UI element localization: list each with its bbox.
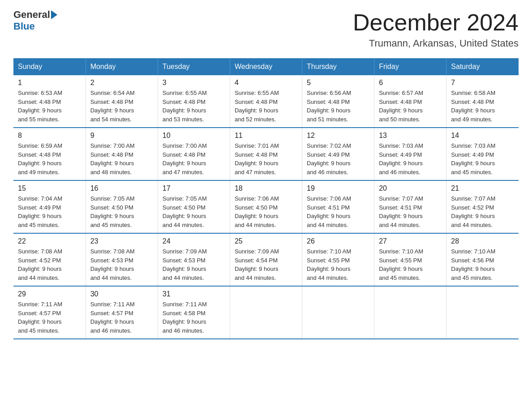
- day-number: 6: [379, 79, 442, 87]
- calendar-cell: 18 Sunrise: 7:06 AM Sunset: 4:50 PM Dayl…: [230, 180, 302, 233]
- day-info: Sunrise: 7:05 AM Sunset: 4:50 PM Dayligh…: [90, 194, 153, 229]
- day-info: Sunrise: 7:05 AM Sunset: 4:50 PM Dayligh…: [163, 194, 225, 229]
- weekday-header-monday: Monday: [86, 58, 158, 75]
- day-info: Sunrise: 6:54 AM Sunset: 4:48 PM Dayligh…: [90, 89, 153, 124]
- day-info: Sunrise: 7:09 AM Sunset: 4:53 PM Dayligh…: [163, 247, 225, 282]
- weekday-header-friday: Friday: [374, 58, 446, 75]
- day-number: 26: [307, 237, 369, 245]
- day-info: Sunrise: 7:07 AM Sunset: 4:52 PM Dayligh…: [451, 194, 514, 229]
- calendar-cell: 24 Sunrise: 7:09 AM Sunset: 4:53 PM Dayl…: [158, 233, 230, 286]
- day-number: 9: [90, 132, 153, 140]
- calendar-cell: [446, 286, 519, 339]
- day-number: 1: [18, 79, 81, 87]
- day-number: 20: [379, 184, 442, 193]
- calendar-cell: [302, 286, 374, 339]
- day-info: Sunrise: 7:06 AM Sunset: 4:50 PM Dayligh…: [235, 194, 297, 229]
- weekday-header-sunday: Sunday: [13, 58, 86, 75]
- calendar-week-row: 8 Sunrise: 6:59 AM Sunset: 4:48 PM Dayli…: [13, 128, 519, 180]
- day-number: 19: [307, 184, 369, 193]
- day-info: Sunrise: 6:57 AM Sunset: 4:48 PM Dayligh…: [379, 89, 442, 124]
- weekday-header-thursday: Thursday: [302, 58, 374, 75]
- day-info: Sunrise: 7:10 AM Sunset: 4:55 PM Dayligh…: [379, 247, 442, 282]
- day-number: 24: [163, 237, 225, 245]
- day-number: 2: [90, 79, 153, 87]
- day-info: Sunrise: 6:58 AM Sunset: 4:48 PM Dayligh…: [451, 89, 514, 124]
- calendar-week-row: 1 Sunrise: 6:53 AM Sunset: 4:48 PM Dayli…: [13, 75, 519, 128]
- calendar-cell: 17 Sunrise: 7:05 AM Sunset: 4:50 PM Dayl…: [158, 180, 230, 233]
- day-number: 21: [451, 184, 514, 193]
- calendar-cell: 21 Sunrise: 7:07 AM Sunset: 4:52 PM Dayl…: [446, 180, 519, 233]
- day-number: 16: [90, 184, 153, 193]
- day-number: 11: [235, 132, 297, 140]
- day-info: Sunrise: 6:55 AM Sunset: 4:48 PM Dayligh…: [235, 89, 297, 124]
- day-number: 12: [307, 132, 369, 140]
- calendar-cell: 12 Sunrise: 7:02 AM Sunset: 4:49 PM Dayl…: [302, 128, 374, 180]
- page-header: General Blue December 2024 Trumann, Arka…: [13, 9, 519, 49]
- day-info: Sunrise: 6:56 AM Sunset: 4:48 PM Dayligh…: [307, 89, 369, 124]
- weekday-header-tuesday: Tuesday: [158, 58, 230, 75]
- calendar-cell: 15 Sunrise: 7:04 AM Sunset: 4:49 PM Dayl…: [13, 180, 86, 233]
- day-info: Sunrise: 7:09 AM Sunset: 4:54 PM Dayligh…: [235, 247, 297, 282]
- day-number: 3: [163, 79, 225, 87]
- day-number: 27: [379, 237, 442, 245]
- day-info: Sunrise: 7:04 AM Sunset: 4:49 PM Dayligh…: [18, 194, 81, 229]
- day-info: Sunrise: 7:08 AM Sunset: 4:52 PM Dayligh…: [18, 247, 81, 282]
- calendar-cell: 11 Sunrise: 7:01 AM Sunset: 4:48 PM Dayl…: [230, 128, 302, 180]
- calendar-cell: 25 Sunrise: 7:09 AM Sunset: 4:54 PM Dayl…: [230, 233, 302, 286]
- calendar-cell: 14 Sunrise: 7:03 AM Sunset: 4:49 PM Dayl…: [446, 128, 519, 180]
- calendar-cell: [230, 286, 302, 339]
- calendar-cell: 3 Sunrise: 6:55 AM Sunset: 4:48 PM Dayli…: [158, 75, 230, 128]
- calendar-cell: 26 Sunrise: 7:10 AM Sunset: 4:55 PM Dayl…: [302, 233, 374, 286]
- day-number: 4: [235, 79, 297, 87]
- calendar-cell: 8 Sunrise: 6:59 AM Sunset: 4:48 PM Dayli…: [13, 128, 86, 180]
- day-info: Sunrise: 7:03 AM Sunset: 4:49 PM Dayligh…: [451, 141, 514, 176]
- day-info: Sunrise: 7:10 AM Sunset: 4:56 PM Dayligh…: [451, 247, 514, 282]
- calendar-week-row: 29 Sunrise: 7:11 AM Sunset: 4:57 PM Dayl…: [13, 286, 519, 339]
- weekday-header-wednesday: Wednesday: [230, 58, 302, 75]
- day-info: Sunrise: 7:10 AM Sunset: 4:55 PM Dayligh…: [307, 247, 369, 282]
- day-number: 22: [18, 237, 81, 245]
- location-text: Trumann, Arkansas, United States: [353, 38, 519, 49]
- calendar-cell: 13 Sunrise: 7:03 AM Sunset: 4:49 PM Dayl…: [374, 128, 446, 180]
- day-number: 8: [18, 132, 81, 140]
- logo-general-text: General: [13, 9, 50, 21]
- calendar-cell: 6 Sunrise: 6:57 AM Sunset: 4:48 PM Dayli…: [374, 75, 446, 128]
- day-info: Sunrise: 7:01 AM Sunset: 4:48 PM Dayligh…: [235, 141, 297, 176]
- calendar-week-row: 15 Sunrise: 7:04 AM Sunset: 4:49 PM Dayl…: [13, 180, 519, 233]
- day-info: Sunrise: 7:07 AM Sunset: 4:51 PM Dayligh…: [379, 194, 442, 229]
- calendar-cell: 31 Sunrise: 7:11 AM Sunset: 4:58 PM Dayl…: [158, 286, 230, 339]
- calendar-cell: 1 Sunrise: 6:53 AM Sunset: 4:48 PM Dayli…: [13, 75, 86, 128]
- day-info: Sunrise: 7:02 AM Sunset: 4:49 PM Dayligh…: [307, 141, 369, 176]
- calendar-cell: 27 Sunrise: 7:10 AM Sunset: 4:55 PM Dayl…: [374, 233, 446, 286]
- day-info: Sunrise: 7:11 AM Sunset: 4:57 PM Dayligh…: [18, 300, 81, 335]
- day-number: 13: [379, 132, 442, 140]
- day-number: 30: [90, 290, 153, 298]
- calendar-cell: 19 Sunrise: 7:06 AM Sunset: 4:51 PM Dayl…: [302, 180, 374, 233]
- calendar-table: SundayMondayTuesdayWednesdayThursdayFrid…: [13, 58, 519, 339]
- weekday-header-saturday: Saturday: [446, 58, 519, 75]
- day-number: 28: [451, 237, 514, 245]
- day-number: 5: [307, 79, 369, 87]
- weekday-header-row: SundayMondayTuesdayWednesdayThursdayFrid…: [13, 58, 519, 75]
- day-info: Sunrise: 7:03 AM Sunset: 4:49 PM Dayligh…: [379, 141, 442, 176]
- day-info: Sunrise: 7:11 AM Sunset: 4:58 PM Dayligh…: [163, 300, 225, 335]
- calendar-cell: 30 Sunrise: 7:11 AM Sunset: 4:57 PM Dayl…: [86, 286, 158, 339]
- day-number: 10: [163, 132, 225, 140]
- logo-blue-text: Blue: [13, 21, 35, 32]
- day-info: Sunrise: 6:59 AM Sunset: 4:48 PM Dayligh…: [18, 141, 81, 176]
- calendar-cell: 9 Sunrise: 7:00 AM Sunset: 4:48 PM Dayli…: [86, 128, 158, 180]
- day-info: Sunrise: 7:08 AM Sunset: 4:53 PM Dayligh…: [90, 247, 153, 282]
- day-number: 14: [451, 132, 514, 140]
- calendar-cell: 2 Sunrise: 6:54 AM Sunset: 4:48 PM Dayli…: [86, 75, 158, 128]
- day-info: Sunrise: 6:55 AM Sunset: 4:48 PM Dayligh…: [163, 89, 225, 124]
- logo-arrow-icon: [51, 10, 57, 19]
- calendar-cell: [374, 286, 446, 339]
- logo: General Blue: [13, 9, 58, 32]
- calendar-cell: 29 Sunrise: 7:11 AM Sunset: 4:57 PM Dayl…: [13, 286, 86, 339]
- calendar-cell: 10 Sunrise: 7:00 AM Sunset: 4:48 PM Dayl…: [158, 128, 230, 180]
- title-block: December 2024 Trumann, Arkansas, United …: [353, 9, 519, 49]
- calendar-cell: 20 Sunrise: 7:07 AM Sunset: 4:51 PM Dayl…: [374, 180, 446, 233]
- calendar-cell: 4 Sunrise: 6:55 AM Sunset: 4:48 PM Dayli…: [230, 75, 302, 128]
- calendar-cell: 23 Sunrise: 7:08 AM Sunset: 4:53 PM Dayl…: [86, 233, 158, 286]
- day-info: Sunrise: 6:53 AM Sunset: 4:48 PM Dayligh…: [18, 89, 81, 124]
